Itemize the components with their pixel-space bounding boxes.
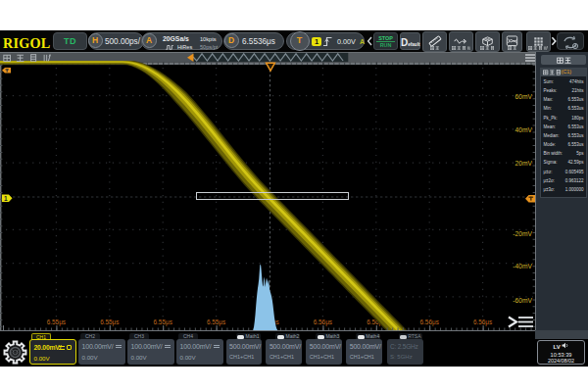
svg-text:6.56μs: 6.56μs xyxy=(420,318,439,326)
svg-text:40mV: 40mV xyxy=(515,126,533,133)
svg-text:6.55μs: 6.55μs xyxy=(100,318,119,326)
svg-text:6.56μs: 6.56μs xyxy=(314,318,332,326)
svg-text:20mV: 20mV xyxy=(515,160,533,167)
svg-text:1: 1 xyxy=(4,195,8,202)
svg-text:-40mV: -40mV xyxy=(513,263,532,270)
svg-text:6.55μs: 6.55μs xyxy=(47,318,66,326)
svg-text:-60mV: -60mV xyxy=(513,297,532,304)
svg-text:6.55μs: 6.55μs xyxy=(154,318,172,326)
svg-text:6.55μs: 6.55μs xyxy=(207,318,225,326)
svg-text:60mV: 60mV xyxy=(515,93,533,100)
svg-text:-20mV: -20mV xyxy=(513,230,532,237)
svg-text:6.56μs: 6.56μs xyxy=(473,318,492,326)
